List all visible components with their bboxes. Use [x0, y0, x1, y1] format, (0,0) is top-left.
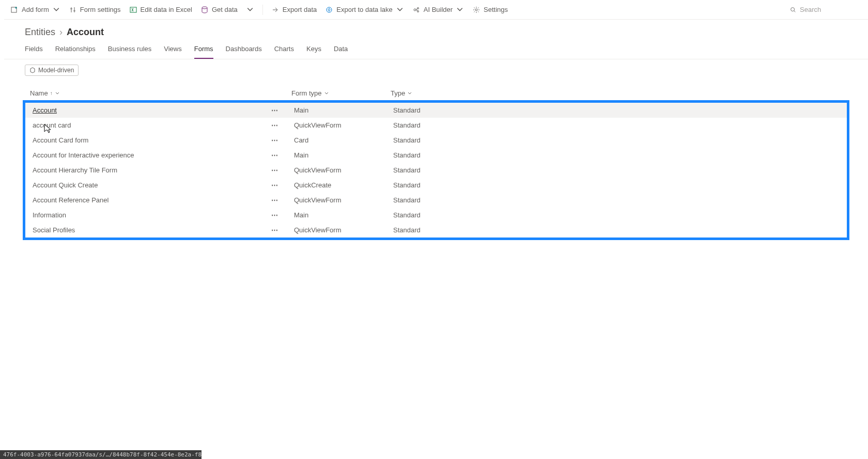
tab-keys[interactable]: Keys: [306, 45, 321, 59]
ai-builder-button[interactable]: AI Builder: [412, 6, 464, 14]
get-data-button[interactable]: Get data: [200, 6, 238, 14]
chevron-down-icon: [324, 91, 329, 96]
app-type-icon: [29, 67, 36, 73]
gear-icon: [472, 6, 481, 14]
col-type-label: Type: [391, 89, 405, 97]
column-header-type[interactable]: Type: [391, 89, 842, 97]
add-form-button[interactable]: Add form: [10, 6, 60, 14]
row-more-button[interactable]: ⋯: [271, 196, 278, 204]
col-name-label: Name: [30, 89, 48, 97]
forms-grid-highlight: Account⋯MainStandardaccount card⋯QuickVi…: [23, 100, 849, 240]
form-settings-button[interactable]: Form settings: [69, 6, 121, 14]
type-cell: Standard: [393, 151, 840, 159]
browser-status-bar: 476f-4003-a976-64fa07937daa/s/…/8448b78f…: [0, 450, 202, 459]
form-type-cell: Card: [294, 136, 393, 144]
tab-business-rules[interactable]: Business rules: [108, 45, 152, 59]
form-type-cell: Main: [294, 211, 393, 219]
column-header-name[interactable]: Name ↑: [30, 89, 291, 97]
data-lake-icon: [325, 6, 333, 14]
form-name-link[interactable]: Information: [33, 211, 66, 219]
settings-label: Settings: [484, 6, 508, 13]
filter-chip-model-driven[interactable]: Model-driven: [25, 65, 79, 76]
tab-forms[interactable]: Forms: [194, 45, 213, 59]
type-cell: Standard: [393, 181, 840, 189]
table-row[interactable]: Account Reference Panel⋯QuickViewFormSta…: [25, 193, 847, 208]
add-form-icon: [10, 6, 19, 14]
search-icon: [789, 6, 797, 13]
form-settings-icon: [69, 6, 77, 14]
database-icon: [200, 6, 209, 14]
column-header-form-type[interactable]: Form type: [291, 89, 391, 97]
export-data-button[interactable]: Export data: [271, 6, 317, 14]
chevron-down-icon: [456, 6, 464, 14]
form-type-cell: Main: [294, 106, 393, 114]
edit-excel-button[interactable]: Edit data in Excel: [129, 6, 192, 14]
type-cell: Standard: [393, 121, 840, 129]
form-name-link[interactable]: Account Quick Create: [33, 181, 98, 189]
row-more-button[interactable]: ⋯: [271, 226, 278, 234]
row-more-button[interactable]: ⋯: [271, 151, 278, 159]
chevron-right-icon: ›: [59, 27, 63, 38]
form-name-link[interactable]: Account Card form: [33, 136, 88, 144]
tab-data[interactable]: Data: [334, 45, 348, 59]
table-row[interactable]: account card⋯QuickViewFormStandard: [25, 118, 847, 133]
table-row[interactable]: Account Quick Create⋯QuickCreateStandard: [25, 178, 847, 193]
form-type-cell: QuickViewForm: [294, 226, 393, 234]
col-formtype-label: Form type: [291, 89, 322, 97]
export-data-label: Export data: [283, 6, 317, 13]
table-row[interactable]: Account Hierarchy Tile Form⋯QuickViewFor…: [25, 163, 847, 178]
tab-fields[interactable]: Fields: [25, 45, 43, 59]
form-name-link[interactable]: Account for Interactive experience: [33, 151, 134, 159]
form-name-link[interactable]: Account Reference Panel: [33, 196, 109, 204]
svg-point-2: [202, 7, 207, 9]
table-row[interactable]: Account Card form⋯CardStandard: [25, 133, 847, 148]
sort-asc-icon: ↑: [50, 90, 53, 96]
chevron-down-icon: [396, 6, 404, 14]
get-data-dropdown[interactable]: [246, 6, 254, 14]
table-header: Name ↑ Form type Type: [23, 86, 849, 100]
page-title: Account: [67, 27, 104, 38]
form-name-link[interactable]: Social Profiles: [33, 226, 75, 234]
row-more-button[interactable]: ⋯: [271, 181, 278, 189]
svg-point-7: [475, 9, 477, 11]
type-cell: Standard: [393, 196, 840, 204]
svg-point-8: [791, 7, 795, 11]
search-box[interactable]: [789, 6, 862, 13]
table-row[interactable]: Account for Interactive experience⋯MainS…: [25, 148, 847, 163]
form-type-cell: QuickViewForm: [294, 166, 393, 174]
row-more-button[interactable]: ⋯: [271, 106, 278, 114]
table-row[interactable]: Information⋯MainStandard: [25, 208, 847, 223]
svg-point-4: [414, 9, 416, 11]
excel-icon: [129, 6, 137, 14]
breadcrumb-parent[interactable]: Entities: [25, 27, 55, 38]
chevron-down-icon: [55, 91, 60, 96]
edit-excel-label: Edit data in Excel: [141, 6, 192, 13]
form-type-cell: QuickViewForm: [294, 196, 393, 204]
form-name-link[interactable]: account card: [33, 121, 71, 129]
entity-tabs: FieldsRelationshipsBusiness rulesViewsFo…: [4, 41, 868, 59]
tab-charts[interactable]: Charts: [274, 45, 294, 59]
form-type-cell: Main: [294, 151, 393, 159]
row-more-button[interactable]: ⋯: [271, 136, 278, 144]
row-more-button[interactable]: ⋯: [271, 166, 278, 174]
chevron-down-icon: [246, 6, 254, 14]
breadcrumb: Entities › Account: [4, 20, 868, 41]
tab-dashboards[interactable]: Dashboards: [226, 45, 262, 59]
ai-builder-label: AI Builder: [424, 6, 453, 13]
table-row[interactable]: Social Profiles⋯QuickViewFormStandard: [25, 223, 847, 238]
search-input[interactable]: [800, 6, 862, 13]
row-more-button[interactable]: ⋯: [271, 121, 278, 129]
form-name-link[interactable]: Account Hierarchy Tile Form: [33, 166, 117, 174]
type-cell: Standard: [393, 211, 840, 219]
row-more-button[interactable]: ⋯: [271, 211, 278, 219]
tab-views[interactable]: Views: [164, 45, 181, 59]
ai-builder-icon: [412, 6, 421, 14]
form-name-link[interactable]: Account: [33, 106, 57, 114]
export-lake-button[interactable]: Export to data lake: [325, 6, 404, 14]
type-cell: Standard: [393, 136, 840, 144]
settings-button[interactable]: Settings: [472, 6, 508, 14]
chevron-down-icon: [407, 91, 412, 96]
tab-relationships[interactable]: Relationships: [55, 45, 96, 59]
table-row[interactable]: Account⋯MainStandard: [25, 103, 847, 118]
add-form-label: Add form: [22, 6, 49, 13]
